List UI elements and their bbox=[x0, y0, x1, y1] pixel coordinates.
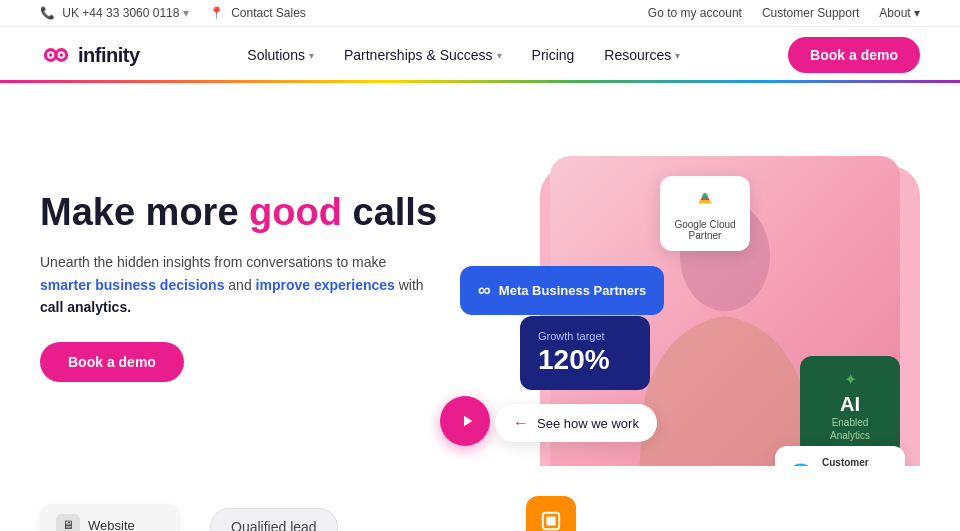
phone-link[interactable]: 📞 UK +44 33 3060 0118 ▾ bbox=[40, 6, 189, 20]
cse-label: Customer Success Excellence bbox=[822, 456, 893, 466]
nav-partnerships[interactable]: Partnerships & Success ▾ bbox=[344, 47, 502, 63]
hero-visual: Google Cloud Partner ∞ Meta Business Par… bbox=[440, 156, 960, 466]
qualified-lead-label: Qualified lead bbox=[231, 519, 317, 531]
svg-point-0 bbox=[49, 53, 53, 57]
qualified-lead-badge: Qualified lead bbox=[210, 508, 338, 531]
cse-card: 🌐 Customer Success Excellence bbox=[775, 446, 905, 466]
growth-target-card: Growth target 120% bbox=[520, 316, 650, 390]
ai-sub-label: Enabled Analytics bbox=[818, 416, 882, 442]
meta-logo-icon: ∞ bbox=[478, 280, 491, 301]
chevron-icon: ▾ bbox=[309, 50, 314, 61]
chevron-icon: ▾ bbox=[675, 50, 680, 61]
nav-links: Solutions ▾ Partnerships & Success ▾ Pri… bbox=[247, 47, 680, 63]
hero-section: Make more good calls Unearth the hidden … bbox=[0, 86, 960, 466]
topbar: 📞 UK +44 33 3060 0118 ▾ 📍 Contact Sales … bbox=[0, 0, 960, 27]
phone-icon: 📞 bbox=[40, 6, 55, 20]
svg-point-1 bbox=[60, 53, 64, 57]
see-how-label: See how we work bbox=[537, 416, 639, 431]
website-label: Website bbox=[88, 518, 135, 532]
google-cloud-icon bbox=[693, 186, 717, 215]
nav-resources[interactable]: Resources ▾ bbox=[604, 47, 680, 63]
book-demo-hero-button[interactable]: Book a demo bbox=[40, 342, 184, 382]
square-icon-card bbox=[526, 496, 576, 531]
topbar-right: Go to my account Customer Support About … bbox=[648, 6, 920, 20]
chevron-icon: ▾ bbox=[497, 50, 502, 61]
customer-support-link[interactable]: Customer Support bbox=[762, 6, 859, 20]
logo-text: infinity bbox=[78, 44, 140, 67]
growth-label: Growth target bbox=[538, 330, 632, 342]
svg-point-3 bbox=[702, 193, 708, 199]
about-link[interactable]: About ▾ bbox=[879, 6, 920, 20]
logo-icon bbox=[40, 45, 72, 65]
monitor-icon: 🖥 bbox=[56, 514, 80, 531]
see-how-we-work[interactable]: ← See how we work bbox=[495, 404, 657, 442]
nav-solutions[interactable]: Solutions ▾ bbox=[247, 47, 314, 63]
growth-value: 120% bbox=[538, 344, 632, 376]
hero-text: Make more good calls Unearth the hidden … bbox=[40, 190, 440, 383]
arrow-icon: ← bbox=[513, 414, 529, 432]
hero-description: Unearth the hidden insights from convers… bbox=[40, 251, 440, 318]
topbar-left: 📞 UK +44 33 3060 0118 ▾ 📍 Contact Sales bbox=[40, 6, 306, 20]
meta-label: Meta Business Partners bbox=[499, 283, 646, 299]
meta-business-card: ∞ Meta Business Partners bbox=[460, 266, 664, 315]
bottom-section: 🖥 Website Qualified lead bbox=[0, 466, 960, 531]
navbar: infinity Solutions ▾ Partnerships & Succ… bbox=[0, 27, 960, 86]
contact-sales-link[interactable]: 📍 Contact Sales bbox=[209, 6, 306, 20]
book-demo-nav-button[interactable]: Book a demo bbox=[788, 37, 920, 73]
ai-label: AI bbox=[818, 393, 882, 416]
contact-icon: 📍 bbox=[209, 6, 224, 20]
nav-pricing[interactable]: Pricing bbox=[532, 47, 575, 63]
hero-title: Make more good calls bbox=[40, 190, 440, 236]
my-account-link[interactable]: Go to my account bbox=[648, 6, 742, 20]
svg-rect-5 bbox=[546, 516, 555, 525]
ai-analytics-card: ✦ AI Enabled Analytics bbox=[800, 356, 900, 456]
cse-icon: 🌐 bbox=[787, 463, 814, 467]
play-icon bbox=[458, 412, 476, 430]
google-cloud-card: Google Cloud Partner bbox=[660, 176, 750, 251]
square-brand-icon bbox=[540, 510, 562, 531]
website-card: 🖥 Website bbox=[40, 504, 180, 531]
logo[interactable]: infinity bbox=[40, 44, 140, 67]
ai-sparkle-icon: ✦ bbox=[818, 370, 882, 389]
play-button[interactable] bbox=[440, 396, 490, 446]
google-cloud-label: Google Cloud Partner bbox=[674, 219, 736, 241]
